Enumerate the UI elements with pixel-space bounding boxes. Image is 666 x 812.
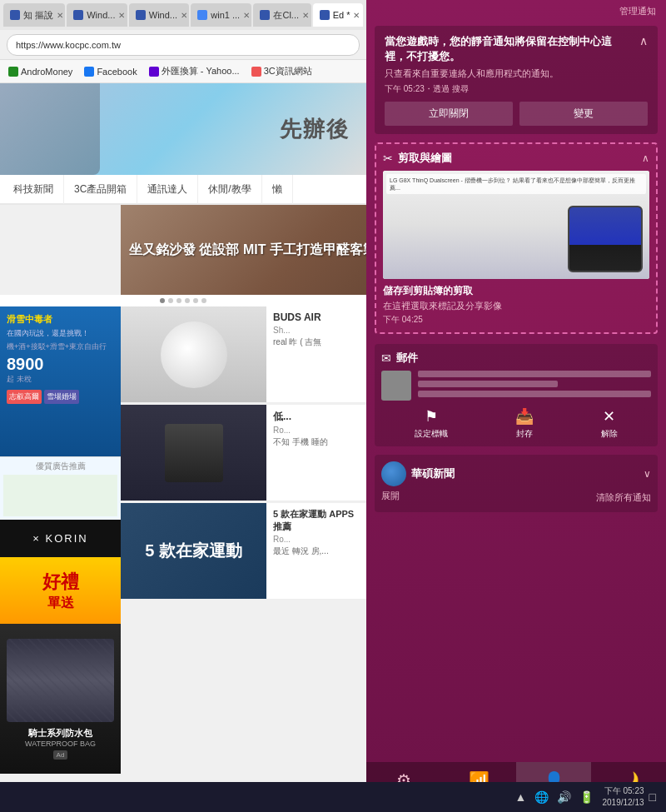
korin-section[interactable]: × KORIN [0,520,121,557]
article-title-2: 低... [273,410,360,424]
article-1[interactable]: BUDS AIR Sh... real 昨 ( 吉無 [121,306,366,403]
article-info-3: 5 款在家運動 APPS 推薦 Ro... 最近 轉況 房,... [266,503,366,599]
tab-close-2[interactable]: ✕ [118,11,125,20]
nav-comms[interactable]: 通訊達人 [137,174,198,204]
article-3[interactable]: 5 款在家運動 5 款在家運動 APPS 推薦 Ro... 最近 轉況 房,..… [121,503,366,600]
tab-label-4: win1 ... [211,10,240,20]
mail-action-dismiss-label: 解除 [601,428,618,440]
tab-favicon-4 [197,10,207,20]
mail-title: 郵件 [396,351,418,366]
asus-chevron-icon[interactable]: ∨ [644,468,651,480]
article-excerpt-1: real 昨 ( 吉無 [273,336,360,348]
ski-tag-1: 志叡高爾 [7,390,42,404]
nav-science[interactable]: 科技新聞 [3,174,64,204]
sale-banner[interactable]: 好禮 單送 [0,557,121,624]
bookmark-icon-facebook [84,67,94,77]
tab-close-3[interactable]: ✕ [181,11,187,20]
tab-label-1: 知 摳說 [23,9,53,22]
mail-line-3 [418,391,651,397]
sleep-buttons: 立即關閉 變更 [385,102,648,126]
korin-text: × KORIN [32,532,87,545]
clipboard-time: 下午 04:25 [383,314,649,326]
taskbar-system-icons: ▲ 🌐 🔊 🔋 下午 05:23 2019/12/13 □ [512,785,659,809]
promo-section: 優質廣告推薦 [0,456,121,520]
tab-close-1[interactable]: ✕ [57,11,63,20]
ski-ad-service: 機+酒+接駁+滑雪+東京自由行 [7,341,114,352]
flag-icon: ⚑ [425,407,438,426]
taskbar-clock[interactable]: 下午 05:23 2019/12/13 [602,785,644,809]
taskbar-battery-icon[interactable]: 🔋 [576,789,597,805]
taskbar-chevron-icon[interactable]: ▲ [512,789,530,805]
tab-close-6[interactable]: ✕ [353,11,360,20]
tab-favicon-1 [10,10,20,20]
bookmark-label-facebook: Facebook [97,67,137,77]
article-info-1: BUDS AIR Sh... real 昨 ( 吉無 [266,306,366,402]
promo-ad[interactable] [3,475,117,516]
asus-clear-label[interactable]: 清除所有通知 [596,491,651,504]
mail-action-dismiss[interactable]: ✕ 解除 [601,407,618,440]
article-2[interactable]: 低... Ro... 不知 手機 睡的 [121,405,366,501]
address-text: https://www.kocpc.com.tw [16,40,121,50]
sleep-notification: 當您遊戲時，您的靜音通知將保留在控制中心這裡，不打擾您。 ∧ 只查看來自重要連絡… [375,26,658,134]
tab-close-4[interactable]: ✕ [243,11,250,20]
taskbar-time-text: 下午 05:23 [602,785,644,797]
preview-text-overlay: LG G8X ThinQ Dualscreen - 摺疊機一步到位？ 結果看了看… [386,174,646,194]
bookmark-icon-andromoney [8,67,18,77]
mail-action-flag-label: 設定標幟 [415,428,448,440]
nav-products[interactable]: 3C產品開箱 [64,174,137,204]
bookmark-yahoo[interactable]: 外匯換算 - Yahoo... [146,63,243,79]
taskbar-volume-icon[interactable]: 🔊 [554,789,574,805]
address-bar: https://www.kocpc.com.tw [0,30,366,60]
tab-1[interactable]: 知 摳說 ✕ [3,3,65,27]
dot-6 [201,298,206,303]
bookmark-3c[interactable]: 3C資訊網站 [248,63,316,79]
clipboard-preview[interactable]: LG G8X ThinQ Dualscreen - 摺疊機一步到位？ 結果看了看… [383,171,649,279]
article-title-3: 5 款在家運動 APPS 推薦 [273,508,360,533]
taskbar-notification-icon[interactable]: □ [646,789,659,805]
sleep-collapse-icon[interactable]: ∧ [639,34,648,47]
address-input[interactable]: https://www.kocpc.com.tw [7,34,360,56]
taskbar-network-icon[interactable]: 🌐 [531,789,552,805]
dot-4 [185,298,190,303]
tab-2[interactable]: Wind... ✕ [67,3,127,27]
mail-action-flag[interactable]: ⚑ 設定標幟 [415,407,448,440]
ski-tag-2: 雪場婚場 [44,390,79,404]
asus-expand-label[interactable]: 展開 [381,490,400,502]
nav-leisure[interactable]: 休閒/教學 [198,174,261,204]
tab-close-5[interactable]: ✕ [302,11,309,20]
clipboard-desc: 儲存到剪貼簿的剪取 [383,284,649,298]
nav-lazy[interactable]: 懶 [262,174,293,204]
tab-label-5: 在Cl... [273,9,299,22]
site-nav: 科技新聞 3C產品開箱 通訊達人 休閒/教學 懶 [0,175,366,205]
sleep-close-button[interactable]: 立即關閉 [385,102,513,126]
clipboard-sub: 在這裡選取來標記及分享影像 [383,300,649,312]
ski-ad-price: 8900 [7,355,114,374]
ski-ad[interactable]: 滑雪中毒者 在國內玩說，還是挑戰！ 機+酒+接駁+滑雪+東京自由行 8900 起… [0,306,121,456]
hero-title: 坐又銘沙發 從設部 MIT 手工打造甲醛客製化沙發 [129,242,366,259]
article-thumb-3: 5 款在家運動 [121,503,266,599]
archive-icon: 📥 [515,407,534,426]
mail-icon: ✉ [381,351,391,365]
mail-action-archive[interactable]: 📥 封存 [515,407,534,440]
bookmark-andromoney[interactable]: AndroMoney [5,65,76,78]
mail-actions: ⚑ 設定標幟 📥 封存 ✕ 解除 [381,407,651,440]
asus-icon [381,461,406,486]
asus-news-section: 華碩新聞 ∨ 展開 清除所有通知 [375,455,658,512]
tab-3[interactable]: Wind... ✕ [129,3,190,27]
dot-3 [176,298,181,303]
clipboard-expand-icon[interactable]: ∧ [642,152,649,164]
left-column: 滑雪中毒者 在國內玩說，還是挑戰！ 機+酒+接駁+滑雪+東京自由行 8900 起… [0,306,121,774]
manage-notifications-label[interactable]: 管理通知 [619,5,656,17]
sleep-change-button[interactable]: 變更 [519,102,648,126]
tab-label-6: Ed * [333,10,350,20]
bottom-ad[interactable]: 騎士系列防水包 WATERPROOF BAG Ad [0,624,121,774]
bookmark-label-yahoo: 外匯換算 - Yahoo... [162,65,240,77]
promo-title: 優質廣告推薦 [3,461,117,472]
tab-5[interactable]: 在Cl... ✕ [253,3,311,27]
panel-topbar: 管理通知 [366,0,666,22]
tab-6-active[interactable]: Ed * ✕ [313,3,363,27]
mail-section: ✉ 郵件 ⚑ 設定標幟 📥 封存 ✕ 解除 [375,344,658,446]
tab-4[interactable]: win1 ... ✕ [191,3,251,27]
bookmark-facebook[interactable]: Facebook [81,65,140,78]
ski-ad-text1: 在國內玩說，還是挑戰！ [7,328,114,339]
